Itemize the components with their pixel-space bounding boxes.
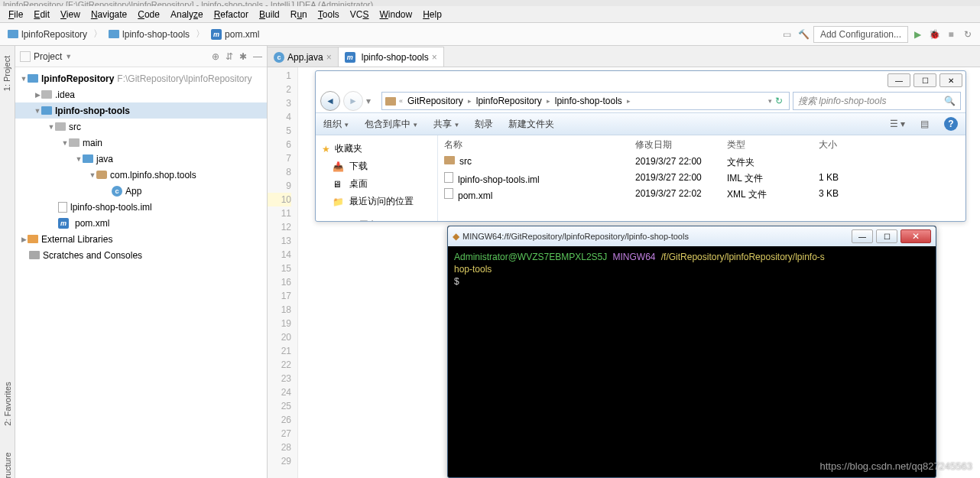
view-icon[interactable]: ☰ ▾ [890, 119, 905, 129]
tab-app-java[interactable]: cApp.java× [268, 47, 339, 67]
tree-iml[interactable]: lpinfo-shop-tools.iml [15, 199, 267, 215]
organize-menu[interactable]: 组织 [323, 118, 349, 131]
terminal-window: ◆ MINGW64:/f/GitRepository/lpinfoReposit… [447, 226, 936, 478]
wps-link[interactable]: ☁WPS网盘 [319, 216, 434, 221]
layout-icon[interactable]: ▭ [780, 27, 795, 42]
desktop-icon: 🖥 [333, 179, 345, 190]
minimize-button[interactable]: — [888, 73, 910, 87]
hide-icon[interactable]: — [253, 51, 262, 62]
downloads-link[interactable]: 📥下载 [319, 158, 434, 175]
tree-java[interactable]: ▼java [15, 151, 267, 167]
sidebar-button-project[interactable]: 1: Project [3, 56, 12, 91]
col-size[interactable]: 大小 [819, 138, 872, 151]
build-icon[interactable]: 🔨 [797, 27, 812, 42]
project-tree: ▼lpinfoRepositoryF:\GitRepository\lpinfo… [15, 67, 267, 478]
minimize-button[interactable]: — [852, 229, 873, 243]
package-icon [96, 171, 107, 179]
tab-pom[interactable]: mlpinfo-shop-tools× [339, 47, 444, 67]
col-name[interactable]: 名称 [444, 138, 635, 151]
watermark: https://blog.csdn.net/qq827245563 [820, 460, 973, 472]
download-icon: 📥 [333, 161, 345, 172]
breadcrumb-module[interactable]: lpinfo-shop-tools [105, 28, 193, 41]
back-button[interactable]: ◄ [320, 91, 340, 111]
tree-idea[interactable]: ▶.idea [15, 86, 267, 102]
menu-vcs[interactable]: VCS [345, 8, 375, 21]
file-row[interactable]: pom.xml 2019/3/27 22:02 XML 文件 3 KB [438, 187, 965, 203]
col-type[interactable]: 类型 [727, 138, 819, 151]
menu-tools[interactable]: Tools [313, 8, 345, 21]
close-icon[interactable]: × [432, 52, 437, 63]
menu-help[interactable]: Help [417, 8, 447, 21]
debug-icon[interactable]: 🐞 [926, 27, 942, 42]
add-configuration-button[interactable]: Add Configuration... [813, 26, 908, 43]
tree-main[interactable]: ▼main [15, 135, 267, 151]
recent-dropdown[interactable]: ▾ [366, 96, 378, 106]
tree-module[interactable]: ▼lpinfo-shop-tools [15, 102, 267, 119]
menu-edit[interactable]: Edit [28, 8, 55, 21]
collapse-icon[interactable]: ⇵ [226, 51, 233, 62]
explorer-search[interactable]: 搜索 lpinfo-shop-tools 🔍 [793, 92, 961, 110]
class-icon: c [274, 52, 284, 63]
breadcrumb-separator: 〉 [193, 28, 208, 41]
address-bar[interactable]: « GitRepository▸ lpinfoRepository▸ lpinf… [381, 92, 790, 110]
tree-pom[interactable]: mpom.xml [15, 215, 267, 231]
menu-navigate[interactable]: Navigate [86, 8, 132, 21]
menu-view[interactable]: View [55, 8, 86, 21]
menu-analyze[interactable]: Analyze [165, 8, 209, 21]
breadcrumb-root[interactable]: lpinfoRepository [5, 28, 90, 41]
tree-src[interactable]: ▼src [15, 119, 267, 135]
new-folder-button[interactable]: 新建文件夹 [508, 118, 554, 131]
library-icon [28, 235, 38, 243]
column-headers[interactable]: 名称 修改日期 类型 大小 [438, 135, 965, 154]
file-icon [444, 188, 453, 199]
tree-external-libraries[interactable]: ▶External Libraries [15, 231, 267, 247]
refresh-icon[interactable]: ↻ [775, 96, 783, 106]
explorer-toolbar: 组织 包含到库中 共享 刻录 新建文件夹 ☰ ▾ ▤ ? [316, 112, 965, 135]
file-row[interactable]: lpinfo-shop-tools.iml 2019/3/27 22:00 IM… [438, 171, 965, 187]
desktop-link[interactable]: 🖥桌面 [319, 175, 434, 193]
breadcrumb: lpinfoRepository 〉 lpinfo-shop-tools 〉 m… [5, 28, 780, 41]
target-icon[interactable]: ⊕ [212, 51, 219, 62]
close-button[interactable]: ✕ [900, 229, 931, 243]
tree-package[interactable]: ▼com.lpinfo.shop.tools [15, 167, 267, 183]
help-icon[interactable]: ? [944, 117, 958, 131]
folder-icon [385, 97, 396, 106]
terminal-body[interactable]: Administrator@WVZS7EBMPXL2S5J MINGW64 /f… [448, 246, 936, 292]
breadcrumb-file[interactable]: mpom.xml [208, 28, 262, 41]
menu-refactor[interactable]: Refactor [209, 8, 254, 21]
tree-app-class[interactable]: cApp [15, 183, 267, 199]
update-icon[interactable]: ↻ [960, 27, 975, 42]
maximize-button[interactable]: ☐ [876, 229, 897, 243]
forward-button[interactable]: ► [343, 91, 363, 111]
sidebar-button-favorites[interactable]: 2: Favorites [3, 382, 12, 425]
sidebar-button-structure[interactable]: tructure [3, 452, 12, 478]
class-icon: c [112, 186, 122, 197]
menu-run[interactable]: Run [285, 8, 313, 21]
stop-icon[interactable]: ■ [943, 27, 959, 42]
explorer-nav: ◄ ► ▾ « GitRepository▸ lpinfoRepository▸… [316, 89, 965, 112]
favorites-group[interactable]: ★收藏夹 [319, 140, 434, 158]
burn-button[interactable]: 刻录 [475, 118, 493, 131]
run-icon[interactable]: ▶ [910, 27, 925, 42]
menu-build[interactable]: Build [254, 8, 285, 21]
maximize-button[interactable]: ☐ [913, 73, 936, 87]
folder-icon [69, 138, 80, 147]
recent-link[interactable]: 📁最近访问的位置 [319, 193, 434, 210]
menu-file[interactable]: File [3, 8, 28, 21]
window-title: lpinfoRepository [F:\GitRepository\lpinf… [0, 0, 980, 6]
address-dropdown[interactable]: ▾ [768, 97, 772, 105]
menu-code[interactable]: Code [132, 8, 165, 21]
menu-window[interactable]: Window [374, 8, 417, 21]
folder-icon [109, 30, 119, 38]
preview-icon[interactable]: ▤ [920, 119, 929, 129]
tree-root[interactable]: ▼lpinfoRepositoryF:\GitRepository\lpinfo… [15, 70, 267, 86]
file-row[interactable]: src 2019/3/27 22:00 文件夹 [438, 154, 965, 171]
terminal-icon: ◆ [453, 231, 459, 242]
include-library-menu[interactable]: 包含到库中 [365, 118, 418, 131]
close-icon[interactable]: × [326, 52, 332, 63]
settings-icon[interactable]: ✱ [239, 51, 247, 62]
col-date[interactable]: 修改日期 [635, 138, 727, 151]
tree-scratches[interactable]: Scratches and Consoles [15, 247, 267, 263]
close-button[interactable]: ✕ [939, 73, 962, 87]
share-menu[interactable]: 共享 [433, 118, 459, 131]
